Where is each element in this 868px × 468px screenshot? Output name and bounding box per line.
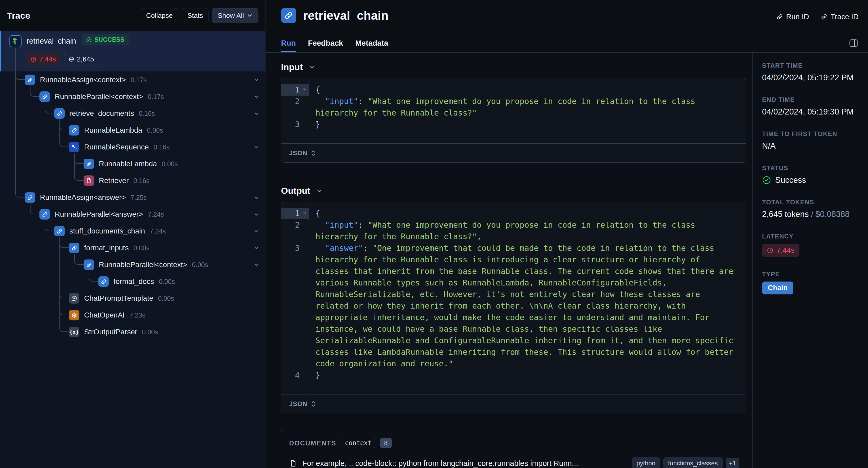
input-format-select[interactable]: JSON — [281, 143, 746, 162]
node-name: RunnableAssign<answer>7.25s — [40, 193, 147, 202]
check-circle-icon — [86, 37, 92, 43]
format-label: JSON — [289, 149, 307, 157]
document-icon — [289, 459, 297, 467]
link-icon — [821, 13, 828, 20]
node-name: format_docs0.00s — [114, 277, 175, 286]
tree-row[interactable]: {x} StrOutputParser0.00s — [0, 324, 265, 340]
trace-sidebar-header: Trace Collapse Stats Show All — [0, 0, 265, 31]
tree-row[interactable]: RunnableAssign<context>0.17s — [0, 71, 265, 88]
run-meta-sidebar: Run ID Trace ID START TIME04/02/2024, 05… — [752, 0, 868, 468]
document-row[interactable]: For example, .. code-block:: python from… — [289, 457, 739, 468]
tree-row[interactable]: stuff_documents_chain7.24s — [0, 223, 265, 239]
tree-row[interactable]: RunnableParallel<context>0.17s — [0, 88, 265, 105]
chain-icon — [69, 125, 80, 135]
chevron-down-icon[interactable] — [253, 144, 259, 150]
sort-updown-icon — [310, 401, 316, 407]
tree-row[interactable]: RunnableParallel<answer>7.24s — [0, 206, 265, 223]
chevron-down-icon[interactable] — [253, 94, 259, 100]
chain-icon — [84, 260, 94, 270]
chain-icon — [39, 209, 50, 220]
chevron-down-icon[interactable] — [253, 228, 259, 234]
node-name: RunnableSequence0.16s — [84, 143, 169, 151]
chevron-down-icon[interactable] — [253, 195, 259, 201]
code-line: 3 "answer": "One improvement that could … — [281, 242, 746, 369]
parser-icon: {x} — [69, 327, 80, 337]
input-heading: Input — [281, 62, 303, 72]
line-number[interactable]: 1 — [281, 208, 309, 219]
tree-row[interactable]: RunnableLambda0.00s — [0, 122, 265, 139]
sequence-icon — [69, 142, 80, 152]
tree-row[interactable]: RunnableLambda0.00s — [0, 156, 265, 172]
output-format-select[interactable]: JSON — [281, 394, 746, 413]
stats-button[interactable]: Stats — [182, 8, 209, 23]
tree-row[interactable]: format_inputs0.00s — [0, 239, 265, 256]
code-line: 1 { — [281, 208, 746, 219]
output-section-toggle[interactable]: Output — [281, 186, 746, 196]
input-section-toggle[interactable]: Input — [281, 62, 746, 72]
doc-tag-more[interactable]: +1 — [726, 458, 739, 468]
parrot-icon — [9, 35, 22, 47]
code-line: 3 } — [281, 119, 746, 130]
chevron-down-icon[interactable] — [253, 262, 259, 268]
tree-row[interactable]: Retriever0.16s — [0, 172, 265, 189]
tree-row-root[interactable]: retrieval_chain SUCCESS 7.44s — [0, 31, 265, 71]
documents-key-badge: context — [341, 438, 375, 448]
tab-run[interactable]: Run — [281, 39, 296, 52]
output-code-block: 1 { 2 "input": "What one improvement do … — [281, 202, 746, 413]
input-section: Input 1 { 2 "input": "What one improveme… — [281, 62, 746, 163]
tab-feedback[interactable]: Feedback — [308, 39, 343, 52]
chevron-down-icon[interactable] — [253, 245, 259, 251]
fold-chevron-icon — [303, 87, 307, 91]
retriever-icon — [84, 175, 94, 186]
node-duration: 0.17s — [131, 76, 147, 83]
node-duration: 0.00s — [142, 328, 158, 336]
run-id-button[interactable]: Run ID — [776, 12, 809, 21]
show-all-dropdown[interactable]: Show All — [212, 8, 258, 23]
node-name: ChatOpenAI7.23s — [84, 311, 145, 320]
tree-row[interactable]: RunnableAssign<answer>7.25s — [0, 189, 265, 206]
node-duration: 0.00s — [147, 127, 163, 134]
tree-row[interactable]: RunnableSequence0.16s — [0, 139, 265, 156]
chain-icon — [98, 276, 109, 287]
tree-row[interactable]: ChatPromptTemplate0.00s — [0, 290, 265, 307]
trace-sidebar: Trace Collapse Stats Show All retrieval_… — [0, 0, 266, 468]
node-name: retrieve_documents0.16s — [69, 109, 155, 118]
tab-bar: RunFeedbackMetadata — [281, 39, 388, 52]
prompt-icon — [69, 293, 80, 304]
chevron-down-icon[interactable] — [253, 211, 259, 218]
trace-id-button[interactable]: Trace ID — [821, 12, 859, 21]
node-duration: 0.17s — [148, 93, 164, 100]
tree-row[interactable]: ✻ ChatOpenAI7.23s — [0, 307, 265, 324]
output-heading: Output — [281, 186, 310, 196]
show-all-label: Show All — [218, 11, 244, 20]
tab-metadata[interactable]: Metadata — [355, 39, 388, 52]
line-number[interactable]: 1 — [281, 84, 309, 96]
node-duration: 7.24s — [150, 227, 165, 235]
code-line: 4 } — [281, 369, 746, 381]
fold-chevron-icon — [303, 211, 307, 215]
clock-icon — [767, 247, 773, 254]
meta-label: END TIME — [762, 96, 868, 103]
node-duration: 0.00s — [192, 261, 208, 268]
line-number: 4 — [281, 369, 309, 381]
trace-id-label: Trace ID — [831, 12, 859, 21]
documents-count-badge: 8 — [380, 438, 392, 448]
latency-badge: 7.44s — [762, 244, 799, 257]
meta-field: START TIME04/02/2024, 05:19:22 PM — [762, 62, 868, 82]
run-meta-fields: START TIME04/02/2024, 05:19:22 PMEND TIM… — [752, 53, 868, 468]
meta-field: TOTAL TOKENS2,645 tokens / $0.08388 — [762, 199, 868, 219]
run-id-label: Run ID — [786, 12, 809, 21]
node-name: ChatPromptTemplate0.00s — [84, 294, 174, 303]
trace-title: Trace — [7, 10, 30, 21]
code-line: 1 { — [281, 84, 746, 96]
chevron-down-icon[interactable] — [253, 77, 259, 83]
panel-toggle-button[interactable] — [848, 39, 859, 47]
meta-label: TOTAL TOKENS — [762, 199, 868, 206]
chevron-down-icon — [309, 64, 315, 71]
tree-row[interactable]: retrieve_documents0.16s — [0, 105, 265, 122]
tree-row[interactable]: RunnableParallel<context>0.00s — [0, 256, 265, 273]
tree-row[interactable]: format_docs0.00s — [0, 273, 265, 290]
chevron-down-icon[interactable] — [253, 110, 259, 116]
trace-tree: retrieval_chain SUCCESS 7.44s — [0, 31, 265, 468]
collapse-button[interactable]: Collapse — [141, 8, 178, 23]
